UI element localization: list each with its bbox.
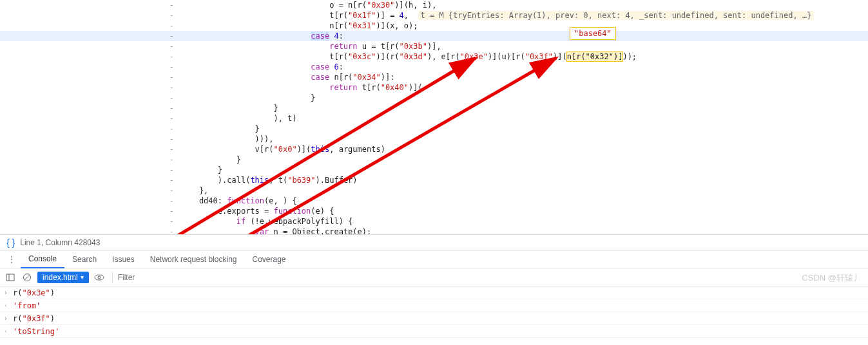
context-selector[interactable]: index.html	[37, 272, 89, 283]
svg-point-7	[98, 276, 101, 279]
tab-console[interactable]: Console	[21, 250, 64, 268]
console-input-row[interactable]: r("0x3e")	[13, 288, 864, 297]
gutter-dash: -	[0, 154, 180, 165]
code-line[interactable]: ), t)	[180, 113, 868, 124]
code-line[interactable]: if (!e.webpackPolyfill) {	[180, 216, 868, 227]
code-editor[interactable]: - o = n[r("0x30")](h, i), - t[r("0x1f")]…	[0, 0, 868, 234]
gutter-dash: -	[0, 103, 180, 113]
output-arrow-icon: ‹	[4, 328, 13, 335]
gutter-dash: -	[0, 21, 180, 31]
code-line[interactable]: t[r("0x3c")](r("0x3d"), e[r("0x3e")](u)[…	[180, 51, 868, 62]
pretty-print-icon[interactable]: { }	[6, 238, 15, 248]
code-line[interactable]: t[r("0x1f")] = 4, t = M {tryEntries: Arr…	[180, 10, 868, 21]
svg-rect-2	[6, 274, 14, 281]
tab-network-blocking[interactable]: Network request blocking	[142, 250, 245, 268]
gutter-dash: -	[0, 144, 180, 154]
code-line[interactable]: }	[180, 154, 868, 165]
gutter-dash: -	[0, 62, 180, 72]
gutter-dash: -	[0, 165, 180, 175]
code-line[interactable]: v[r("0x0")](this, arguments)	[180, 144, 868, 154]
value-tooltip: "base64"	[570, 27, 616, 40]
gutter-dash: -	[0, 216, 180, 227]
drawer-tabs: ⋮ Console Search Issues Network request …	[0, 250, 868, 268]
tab-coverage[interactable]: Coverage	[244, 250, 293, 268]
code-line[interactable]: n[r("0x31")](x, o);	[180, 21, 868, 31]
watermark: CSDN @轩辕丿	[802, 272, 862, 284]
code-line-highlighted[interactable]: case 4:	[180, 31, 868, 41]
gutter-dash: -	[0, 82, 180, 93]
code-line[interactable]: ))),	[180, 134, 868, 144]
more-tabs-icon[interactable]: ⋮	[3, 255, 21, 264]
console-toolbar: index.html	[0, 268, 868, 286]
console-drawer: ⋮ Console Search Issues Network request …	[0, 250, 868, 345]
cursor-position: Line 1, Column 428043	[20, 238, 100, 247]
code-line[interactable]: }	[180, 93, 868, 103]
code-line[interactable]: }	[180, 165, 868, 175]
gutter-dash: -	[0, 0, 180, 10]
code-line[interactable]: }	[180, 124, 868, 134]
status-bar: { } Line 1, Column 428043	[0, 234, 868, 250]
console-output-row: 'from'	[13, 301, 864, 310]
gutter-dash: -	[0, 113, 180, 124]
code-line[interactable]: e.exports = function(e) {	[180, 206, 868, 216]
gutter-dash: -	[0, 51, 180, 62]
highlighted-expression[interactable]: n[r("0x32")]	[567, 52, 623, 61]
inline-eval-tooltip: t = M {tryEntries: Array(1), prev: 0, ne…	[418, 11, 815, 20]
gutter-dash: -	[0, 124, 180, 134]
gutter-dash: -	[0, 134, 180, 144]
tab-issues[interactable]: Issues	[104, 250, 142, 268]
gutter-dash: -	[0, 175, 180, 185]
output-arrow-icon: ‹	[4, 302, 13, 309]
gutter-dash: -	[0, 185, 180, 196]
code-line[interactable]: }	[180, 103, 868, 113]
code-line[interactable]: },	[180, 185, 868, 196]
input-arrow-icon: ›	[4, 315, 13, 322]
clear-console-icon[interactable]	[21, 271, 34, 284]
filter-input[interactable]	[112, 272, 864, 283]
tab-search[interactable]: Search	[64, 250, 104, 268]
code-line[interactable]: case n[r("0x34")]:	[180, 72, 868, 82]
svg-point-6	[95, 275, 104, 280]
code-line[interactable]: o = n[r("0x30")](h, i),	[180, 0, 868, 10]
gutter-dash: -	[0, 93, 180, 103]
input-arrow-icon: ›	[4, 289, 13, 296]
console-output[interactable]: ›r("0x3e") ‹'from' ›r("0x3f") ‹'toString…	[0, 286, 868, 345]
gutter-dash: -	[0, 72, 180, 82]
console-input-row[interactable]: r("0x3f")	[13, 314, 864, 323]
code-line[interactable]: case 6:	[180, 62, 868, 72]
svg-line-5	[24, 275, 30, 280]
live-expression-icon[interactable]	[93, 271, 106, 284]
sidebar-toggle-icon[interactable]	[4, 271, 17, 284]
code-line[interactable]: var n = Object.create(e);	[180, 227, 868, 234]
gutter-dash: -	[0, 227, 180, 234]
gutter-dash: -	[0, 196, 180, 206]
gutter-dash: -	[0, 10, 180, 21]
gutter-dash: -	[0, 206, 180, 216]
console-output-row: 'toString'	[13, 327, 864, 336]
gutter-dash: -	[0, 31, 180, 41]
gutter-dash: -	[0, 41, 180, 51]
code-line[interactable]: return u = t[r("0x3b")],	[180, 41, 868, 51]
code-line[interactable]: return t[r("0x40")](	[180, 82, 868, 93]
code-line[interactable]: ).call(this, t("b639").Buffer)	[180, 175, 868, 185]
code-line[interactable]: dd40: function(e, ) {	[180, 196, 868, 206]
